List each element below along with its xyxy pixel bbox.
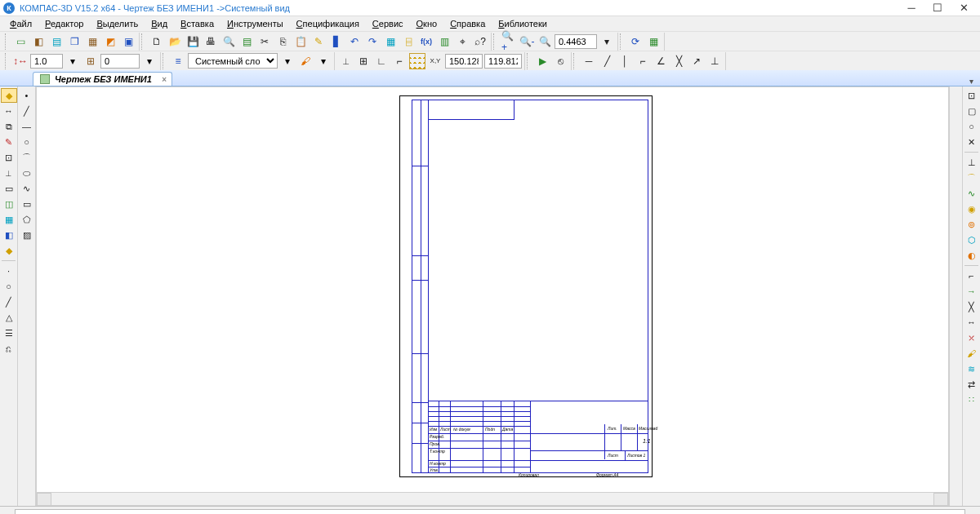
tool-icon[interactable]: ◩ [102,33,118,50]
snap-icon[interactable]: ↕↔ [12,53,29,69]
dropdown-icon[interactable]: ▾ [599,33,615,50]
command-input[interactable] [15,509,965,514]
line-style-icon[interactable]: ⌐ [635,53,651,69]
snap-trim-icon[interactable]: ◐ [964,248,980,263]
tool-icon[interactable]: ▣ [120,33,136,50]
rect-icon[interactable]: ▭ [19,197,35,211]
fx-icon[interactable]: f(x) [418,33,434,50]
layer-select[interactable]: Системный слой (0) [188,53,278,69]
select-panel-icon[interactable]: ▭ [1,181,17,196]
line-style-icon[interactable]: ╳ [670,53,687,69]
scale-input[interactable] [30,54,63,69]
new-icon[interactable]: 🗋 [149,33,165,50]
snap-tangent-icon[interactable]: ⊥ [964,155,980,170]
calc-icon[interactable]: ▦ [382,33,399,50]
tabs-dropdown-icon[interactable]: ▾ [969,77,973,86]
horizontal-scrollbar[interactable] [37,492,948,505]
snap-contour-icon[interactable]: ⬡ [964,233,980,247]
line-style-icon[interactable]: │ [617,53,633,69]
tool-icon[interactable]: ◧ [30,33,47,50]
zoom-out-icon[interactable]: 🔍- [519,33,535,50]
polygon-icon[interactable]: ⬠ [19,212,35,227]
dropdown-icon[interactable]: ▾ [141,53,158,69]
library-icon[interactable]: ⌸ [400,33,416,50]
snap-arc-icon[interactable]: ⌒ [964,171,980,185]
snap-end-icon[interactable]: ⊡ [964,88,980,103]
coord-label-icon[interactable]: X,Y [427,53,443,69]
menu-select[interactable]: Выделить [91,17,143,30]
snap-ring-icon[interactable]: ◉ [964,202,980,216]
step-input[interactable] [100,54,140,69]
ortho-icon[interactable]: ⌐ [391,53,408,69]
open-icon[interactable]: 📂 [167,33,183,50]
symbols-panel-icon[interactable]: ⧉ [1,119,17,134]
line-style-icon[interactable]: ─ [581,53,597,69]
brush-tool-icon[interactable]: 🖌 [964,346,980,361]
grid-icon[interactable]: ⊞ [355,53,372,69]
line-icon[interactable]: ╱ [1,295,17,309]
mirror-icon[interactable]: ⇄ [964,377,980,392]
circle-icon[interactable]: ○ [1,279,17,294]
magnet-icon[interactable]: ⌖ [454,33,470,50]
aux-line-icon[interactable]: ╱ [19,104,35,118]
circle-tool-icon[interactable]: ○ [19,135,35,149]
edit-panel-icon[interactable]: ✎ [1,135,17,149]
copy-icon[interactable]: ⎘ [274,33,291,50]
arc-icon[interactable]: ⌒ [19,150,35,165]
stretch-icon[interactable]: ↔ [964,315,980,330]
hatch-icon[interactable]: ▨ [19,228,35,242]
delete-icon[interactable]: ╳ [964,299,980,314]
menu-libraries[interactable]: Библиотеки [493,17,552,30]
maximize-button[interactable]: ☐ [924,1,951,16]
measure-panel-icon[interactable]: ⟂ [1,166,17,180]
dropdown-icon[interactable]: ▾ [315,53,332,69]
tab-close-icon[interactable]: × [162,75,167,84]
brush-icon[interactable]: ✎ [310,33,327,50]
menu-file[interactable]: Файл [5,17,37,30]
doc-icon[interactable]: ▤ [238,33,255,50]
undo-icon[interactable]: ↶ [346,33,363,50]
spline-icon[interactable]: ∿ [19,181,35,196]
assoc-panel-icon[interactable]: ◫ [1,197,17,211]
snap-mid-icon[interactable]: ▢ [964,104,980,118]
break-icon[interactable]: ⌐ [964,268,980,283]
array-icon[interactable]: ∷ [964,392,980,407]
minimize-button[interactable]: ─ [898,1,924,16]
vars-icon[interactable]: ▥ [436,33,452,50]
insert-panel-icon[interactable]: ◆ [1,243,17,258]
play-icon[interactable]: ▶ [534,53,550,69]
offset-icon[interactable]: ≋ [964,361,980,376]
redo-icon[interactable]: ↷ [364,33,381,50]
projection-icon[interactable]: ⎌ [1,341,17,356]
geometry-panel-icon[interactable]: ◆ [1,88,17,103]
angle-icon[interactable]: ⟂ [337,53,354,69]
vertical-scrollbar[interactable] [949,86,962,506]
paste-icon[interactable]: 📋 [292,33,309,50]
line-style-icon[interactable]: ⊥ [706,53,723,69]
preview-icon[interactable]: 🔍 [220,33,237,50]
help-icon[interactable]: ⌕? [472,33,488,50]
menu-service[interactable]: Сервис [368,17,408,30]
tool-icon[interactable]: ▤ [48,33,65,50]
step-icon[interactable]: ⊞ [82,53,99,69]
auto-icon[interactable]: ⎋ [552,53,568,69]
cut-icon[interactable]: ✂ [256,33,273,50]
segment-icon[interactable]: — [19,119,35,134]
snap-loop-icon[interactable]: ∿ [964,186,980,201]
snap-double-icon[interactable]: ⊚ [964,217,980,232]
point-tool-icon[interactable]: • [19,88,35,103]
menu-help[interactable]: Справка [445,17,490,30]
menu-tools[interactable]: Инструменты [222,17,288,30]
spec-panel-icon[interactable]: ▦ [1,212,17,227]
menu-window[interactable]: Окно [412,17,443,30]
dropdown-icon[interactable]: ▾ [279,53,296,69]
line-style-icon[interactable]: ╱ [599,53,615,69]
split-icon[interactable]: ⤫ [964,330,980,345]
dimension-panel-icon[interactable]: ↔ [1,104,17,118]
show-all-icon[interactable]: ▭ [12,33,29,50]
layout-icon[interactable]: ▦ [645,33,662,50]
color-brush-icon[interactable]: 🖌 [297,53,314,69]
cube-icon[interactable]: ❐ [66,33,82,50]
coord-y-input[interactable] [484,54,522,69]
props-icon[interactable]: ▋ [328,33,345,50]
